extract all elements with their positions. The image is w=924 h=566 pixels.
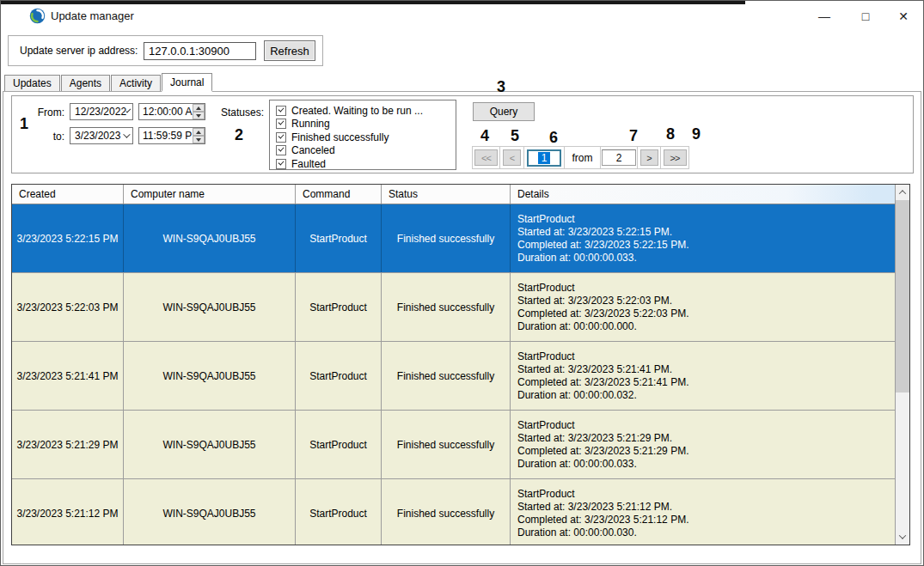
from-label: From:: [34, 107, 64, 119]
column-header-status[interactable]: Status: [382, 185, 511, 204]
annotation-4: 4: [480, 127, 489, 145]
spin-up-icon[interactable]: [193, 128, 205, 136]
cell-status: Finished successfully: [382, 342, 511, 410]
status-label: Faulted: [291, 158, 326, 170]
status-label: Running: [291, 118, 330, 130]
current-page-value: 1: [538, 152, 551, 164]
vertical-scrollbar[interactable]: [895, 185, 909, 545]
tab-updates[interactable]: Updates: [4, 75, 60, 91]
cell-computer-name: WIN-S9QAJ0UBJ55: [124, 411, 296, 478]
spin-up-icon[interactable]: [193, 104, 205, 112]
to-date-value: 3/23/2023: [75, 130, 120, 142]
checkbox-checked-icon: [276, 119, 286, 129]
status-checkbox-finished[interactable]: Finished successfully: [276, 131, 456, 143]
status-checkbox-canceled[interactable]: Canceled: [276, 144, 456, 157]
chevron-down-icon: [126, 108, 132, 113]
cell-status: Finished successfully: [382, 479, 511, 545]
cell-created: 3/23/2023 5:21:41 PM: [12, 342, 124, 410]
next-page-button[interactable]: >: [640, 149, 658, 166]
statuses-label: Statuses:: [221, 107, 264, 119]
cell-command: StartProduct: [296, 479, 382, 545]
annotation-1: 1: [20, 115, 28, 133]
cell-details: StartProductStarted at: 3/23/2023 5:22:0…: [511, 273, 895, 341]
status-checkbox-faulted[interactable]: Faulted: [276, 157, 456, 170]
column-header-computer-name[interactable]: Computer name: [124, 185, 296, 204]
table-header: Created Computer name Command Status Det…: [12, 185, 895, 204]
server-ip-input[interactable]: 127.0.0.1:30900: [144, 42, 256, 60]
pager-from-label: from: [572, 152, 593, 164]
checkbox-checked-icon: [276, 159, 286, 169]
query-button[interactable]: Query: [473, 102, 535, 121]
table-row[interactable]: 3/23/2023 5:21:29 PMWIN-S9QAJ0UBJ55Start…: [12, 411, 895, 479]
column-header-details[interactable]: Details: [511, 185, 895, 204]
status-checkbox-running[interactable]: Running: [276, 118, 456, 131]
last-page-button[interactable]: >>: [664, 149, 687, 166]
total-pages-field[interactable]: 2: [602, 149, 636, 166]
tab-strip: Updates Agents Activity Journal: [4, 73, 213, 91]
statuses-checklist: Created. Waiting to be run ... Running F…: [269, 100, 456, 170]
from-date-value: 12/23/2022: [75, 106, 126, 118]
table-row[interactable]: 3/23/2023 5:22:03 PMWIN-S9QAJ0UBJ55Start…: [12, 273, 895, 342]
cell-created: 3/23/2023 5:22:15 PM: [12, 204, 124, 272]
cell-command: StartProduct: [296, 273, 382, 341]
update-manager-window: Update manager — □ ✕ Update server ip ad…: [0, 0, 924, 566]
cell-status: Finished successfully: [382, 411, 511, 478]
cell-computer-name: WIN-S9QAJ0UBJ55: [124, 342, 296, 410]
column-header-command[interactable]: Command: [296, 185, 382, 204]
current-page-input[interactable]: 1: [527, 149, 561, 167]
annotation-9: 9: [692, 125, 701, 143]
annotation-5: 5: [511, 127, 519, 145]
cell-command: StartProduct: [296, 342, 382, 410]
cell-details: StartProductStarted at: 3/23/2023 5:21:1…: [511, 479, 895, 545]
close-button[interactable]: ✕: [888, 6, 919, 27]
cell-details: StartProductStarted at: 3/23/2023 5:21:4…: [511, 342, 895, 410]
pagination-bar: << < 1 from 2 > >>: [473, 146, 689, 169]
table-row[interactable]: 3/23/2023 5:22:15 PMWIN-S9QAJ0UBJ55Start…: [12, 204, 895, 273]
cell-created: 3/23/2023 5:21:12 PM: [12, 479, 124, 545]
table-row[interactable]: 3/23/2023 5:21:41 PMWIN-S9QAJ0UBJ55Start…: [12, 342, 895, 411]
prev-page-button[interactable]: <: [503, 149, 521, 166]
column-header-created[interactable]: Created: [12, 185, 124, 204]
first-page-button[interactable]: <<: [474, 149, 498, 166]
from-time-spinner[interactable]: 12:00:00 A: [138, 103, 205, 120]
cell-status: Finished successfully: [382, 204, 511, 272]
annotation-7: 7: [629, 127, 638, 145]
chevron-down-icon: [123, 131, 130, 137]
scroll-down-icon[interactable]: [896, 529, 909, 545]
tab-agents[interactable]: Agents: [61, 75, 110, 91]
journal-table: Created Computer name Command Status Det…: [11, 184, 910, 545]
status-label: Finished successfully: [291, 131, 389, 143]
cell-created: 3/23/2023 5:21:29 PM: [12, 411, 124, 478]
cell-computer-name: WIN-S9QAJ0UBJ55: [124, 273, 296, 341]
scroll-up-icon[interactable]: [896, 185, 909, 200]
tab-journal[interactable]: Journal: [162, 73, 212, 92]
status-label: Created. Waiting to be run ...: [291, 105, 423, 117]
from-time-value: 12:00:00 A: [143, 106, 192, 118]
status-label: Canceled: [291, 144, 335, 156]
annotation-6: 6: [549, 129, 558, 147]
status-checkbox-created[interactable]: Created. Waiting to be run ...: [276, 104, 456, 117]
server-ip-label: Update server ip address:: [20, 45, 138, 57]
cell-details: StartProductStarted at: 3/23/2023 5:21:2…: [511, 411, 895, 478]
spin-down-icon[interactable]: [193, 136, 205, 143]
cell-details: StartProductStarted at: 3/23/2023 5:22:1…: [511, 204, 895, 272]
spin-down-icon[interactable]: [193, 112, 205, 119]
to-label: to:: [34, 131, 64, 143]
annotation-3: 3: [497, 78, 505, 96]
minimize-button[interactable]: —: [809, 6, 840, 27]
to-time-spinner[interactable]: 11:59:59 P: [138, 127, 205, 144]
to-time-value: 11:59:59 P: [143, 130, 192, 142]
from-date-picker[interactable]: 12/23/2022: [70, 103, 133, 120]
scrollbar-thumb[interactable]: [896, 200, 909, 393]
table-main: Created Computer name Command Status Det…: [12, 185, 895, 545]
title-bar: Update manager — □ ✕: [1, 4, 923, 29]
annotation-2: 2: [235, 126, 243, 144]
maximize-button[interactable]: □: [850, 6, 881, 27]
tab-activity[interactable]: Activity: [111, 75, 161, 91]
to-date-picker[interactable]: 3/23/2023: [70, 127, 133, 144]
cell-computer-name: WIN-S9QAJ0UBJ55: [124, 479, 296, 545]
table-row[interactable]: 3/23/2023 5:21:12 PMWIN-S9QAJ0UBJ55Start…: [12, 479, 895, 545]
cell-created: 3/23/2023 5:22:03 PM: [12, 273, 124, 341]
refresh-button[interactable]: Refresh: [264, 40, 315, 61]
checkbox-checked-icon: [276, 106, 286, 116]
